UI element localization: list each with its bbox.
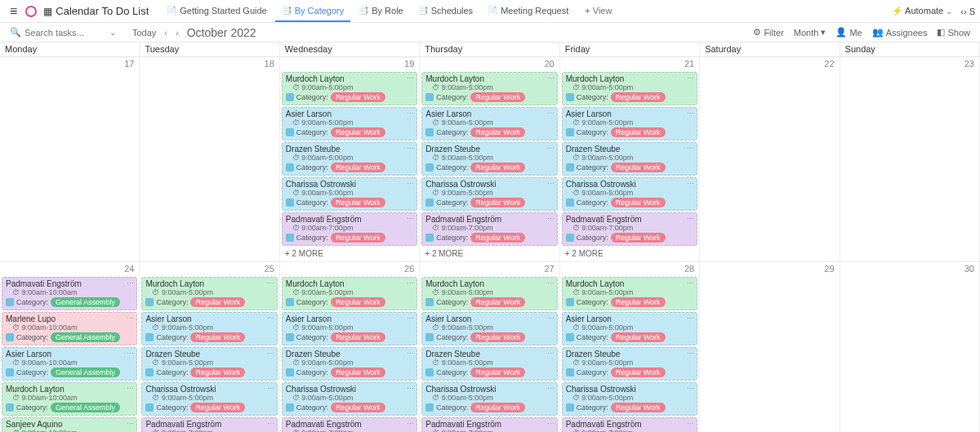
calendar-event[interactable]: ⋯Asier Larson⏱ 9:00am-5:00pmCategory:Reg… [562, 312, 697, 345]
event-menu-icon[interactable]: ⋯ [127, 279, 134, 287]
calendar-cell[interactable]: 28⋯Murdoch Layton⏱ 9:00am-5:00pmCategory… [560, 262, 700, 432]
event-menu-icon[interactable]: ⋯ [687, 74, 694, 82]
event-menu-icon[interactable]: ⋯ [407, 74, 414, 82]
calendar-event[interactable]: ⋯Charissa Ostrowski⏱ 9:00am-5:00pmCatego… [562, 382, 697, 416]
more-events-link[interactable]: + 2 MORE [562, 247, 697, 260]
event-menu-icon[interactable]: ⋯ [687, 145, 694, 153]
event-menu-icon[interactable]: ⋯ [407, 109, 414, 118]
event-menu-icon[interactable]: ⋯ [687, 215, 694, 223]
calendar-event[interactable]: ⋯Padmavati Engström⏱ 9:00am-7:00pmCatego… [282, 417, 417, 432]
calendar-cell[interactable]: 20⋯Murdoch Layton⏱ 9:00am-5:00pmCategory… [420, 57, 559, 262]
search-input[interactable] [24, 28, 106, 38]
calendar-event[interactable]: ⋯Padmavati Engström⏱ 9:00am-7:00pmCatego… [421, 212, 557, 246]
calendar-event[interactable]: ⋯Murdoch Layton⏱ 9:00am-5:00pmCategory:R… [282, 72, 417, 105]
event-menu-icon[interactable]: ⋯ [127, 350, 134, 358]
calendar-event[interactable]: ⋯Padmavati Engström⏱ 9:00am-10:00amCateg… [2, 277, 137, 310]
event-menu-icon[interactable]: ⋯ [547, 74, 555, 82]
calendar-event[interactable]: ⋯Sanjeev Aquino⏱ 9:00am-10:00amCategory:… [2, 417, 137, 432]
calendar-event[interactable]: ⋯Asier Larson⏱ 9:00am-5:00pmCategory:Reg… [141, 312, 277, 345]
calendar-event[interactable]: ⋯Padmavati Engström⏱ 9:00am-7:00pmCatego… [141, 417, 277, 432]
calendar-event[interactable]: ⋯Charissa Ostrowski⏱ 9:00am-5:00pmCatego… [282, 382, 417, 416]
automate-button[interactable]: ⚡ Automate ⌄ [892, 6, 953, 16]
calendar-event[interactable]: ⋯Asier Larson⏱ 9:00am-5:00pmCategory:Reg… [282, 107, 417, 140]
event-menu-icon[interactable]: ⋯ [547, 180, 555, 188]
calendar-event[interactable]: ⋯Asier Larson⏱ 9:00am-10:00amCategory:Ge… [2, 347, 137, 381]
calendar-event[interactable]: ⋯Murdoch Layton⏱ 9:00am-5:00pmCategory:R… [562, 277, 697, 310]
event-menu-icon[interactable]: ⋯ [407, 145, 414, 153]
event-menu-icon[interactable]: ⋯ [267, 314, 274, 323]
me-filter[interactable]: 👤 Me [835, 27, 862, 38]
event-menu-icon[interactable]: ⋯ [687, 279, 694, 287]
event-menu-icon[interactable]: ⋯ [127, 314, 134, 323]
calendar-event[interactable]: ⋯Charissa Ostrowski⏱ 9:00am-5:00pmCatego… [141, 382, 277, 416]
calendar-cell[interactable]: 23 [840, 57, 980, 262]
menu-hamburger-icon[interactable]: ≡ [5, 4, 22, 19]
more-events-link[interactable]: + 2 MORE [282, 247, 417, 260]
calendar-cell[interactable]: 17 [0, 57, 140, 262]
event-menu-icon[interactable]: ⋯ [547, 385, 555, 393]
event-menu-icon[interactable]: ⋯ [407, 420, 414, 428]
calendar-cell[interactable]: 30 [840, 262, 980, 432]
event-menu-icon[interactable]: ⋯ [407, 180, 414, 188]
event-menu-icon[interactable]: ⋯ [547, 279, 555, 287]
next-arrow-icon[interactable]: › [176, 28, 179, 38]
calendar-cell[interactable]: 18 [140, 57, 279, 262]
event-menu-icon[interactable]: ⋯ [267, 385, 274, 393]
event-menu-icon[interactable]: ⋯ [407, 314, 414, 323]
chevron-down-icon[interactable]: ⌄ [109, 28, 116, 37]
calendar-event[interactable]: ⋯Drazen Steube⏱ 9:00am-5:00pmCategory:Re… [562, 347, 697, 381]
calendar-event[interactable]: ⋯Drazen Steube⏱ 9:00am-5:00pmCategory:Re… [421, 142, 557, 176]
calendar-event[interactable]: ⋯Drazen Steube⏱ 9:00am-5:00pmCategory:Re… [562, 142, 697, 176]
event-menu-icon[interactable]: ⋯ [687, 420, 694, 428]
calendar-event[interactable]: ⋯Charissa Ostrowski⏱ 9:00am-5:00pmCatego… [562, 177, 697, 211]
event-menu-icon[interactable]: ⋯ [687, 109, 694, 118]
tab-meeting-request[interactable]: 📄Meeting Request [481, 0, 575, 22]
calendar-cell[interactable]: 27⋯Murdoch Layton⏱ 9:00am-5:00pmCategory… [420, 262, 559, 432]
more-events-link[interactable]: + 2 MORE [421, 247, 557, 260]
calendar-event[interactable]: ⋯Drazen Steube⏱ 9:00am-5:00pmCategory:Re… [141, 347, 277, 381]
event-menu-icon[interactable]: ⋯ [687, 350, 694, 358]
event-menu-icon[interactable]: ⋯ [407, 215, 414, 223]
calendar-event[interactable]: ⋯Asier Larson⏱ 9:00am-5:00pmCategory:Reg… [562, 107, 697, 140]
calendar-event[interactable]: ⋯Asier Larson⏱ 9:00am-5:00pmCategory:Reg… [421, 312, 557, 345]
calendar-cell[interactable]: 21⋯Murdoch Layton⏱ 9:00am-5:00pmCategory… [560, 57, 700, 262]
share-button[interactable]: ‹› S [960, 7, 975, 16]
event-menu-icon[interactable]: ⋯ [547, 350, 555, 358]
calendar-event[interactable]: ⋯Murdoch Layton⏱ 9:00am-5:00pmCategory:R… [141, 277, 277, 310]
calendar-event[interactable]: ⋯Charissa Ostrowski⏱ 9:00am-5:00pmCatego… [421, 382, 557, 416]
event-menu-icon[interactable]: ⋯ [407, 350, 414, 358]
calendar-event[interactable]: ⋯Drazen Steube⏱ 9:00am-5:00pmCategory:Re… [421, 347, 557, 381]
event-menu-icon[interactable]: ⋯ [687, 180, 694, 188]
calendar-event[interactable]: ⋯Marlene Lupo⏱ 9:00am-10:00amCategory:Ge… [2, 312, 137, 345]
add-view-button[interactable]: + View [578, 0, 618, 22]
calendar-event[interactable]: ⋯Charissa Ostrowski⏱ 9:00am-5:00pmCatego… [282, 177, 417, 211]
event-menu-icon[interactable]: ⋯ [407, 279, 414, 287]
app-logo-icon[interactable] [25, 6, 37, 17]
tab-by-category[interactable]: 📑By Category [275, 0, 351, 22]
calendar-cell[interactable]: 22 [700, 57, 840, 262]
event-menu-icon[interactable]: ⋯ [547, 109, 555, 118]
calendar-event[interactable]: ⋯Padmavati Engström⏱ 9:00am-7:00pmCatego… [421, 417, 557, 432]
prev-arrow-icon[interactable]: ‹ [164, 28, 167, 38]
event-menu-icon[interactable]: ⋯ [547, 145, 555, 153]
calendar-cell[interactable]: 26⋯Murdoch Layton⏱ 9:00am-5:00pmCategory… [280, 262, 420, 432]
calendar-event[interactable]: ⋯Padmavati Engström⏱ 9:00am-7:00pmCatego… [562, 417, 697, 432]
calendar-event[interactable]: ⋯Padmavati Engström⏱ 9:00am-7:00pmCatego… [562, 212, 697, 246]
tab-getting-started-guide[interactable]: 📄Getting Started Guide [160, 0, 273, 22]
event-menu-icon[interactable]: ⋯ [267, 279, 274, 287]
event-menu-icon[interactable]: ⋯ [547, 215, 555, 223]
event-menu-icon[interactable]: ⋯ [127, 385, 134, 393]
calendar-event[interactable]: ⋯Murdoch Layton⏱ 9:00am-5:00pmCategory:R… [282, 277, 417, 310]
show-button[interactable]: ◧ Show [937, 27, 970, 38]
calendar-event[interactable]: ⋯Charissa Ostrowski⏱ 9:00am-5:00pmCatego… [421, 177, 557, 211]
event-menu-icon[interactable]: ⋯ [547, 314, 555, 323]
tab-by-role[interactable]: 📑By Role [352, 0, 410, 22]
calendar-cell[interactable]: 29 [700, 262, 840, 432]
event-menu-icon[interactable]: ⋯ [687, 385, 694, 393]
today-button[interactable]: Today [132, 28, 156, 38]
calendar-cell[interactable]: 19⋯Murdoch Layton⏱ 9:00am-5:00pmCategory… [280, 57, 420, 262]
assignees-filter[interactable]: 👥 Assignees [872, 27, 928, 38]
event-menu-icon[interactable]: ⋯ [687, 314, 694, 323]
event-menu-icon[interactable]: ⋯ [267, 420, 274, 428]
calendar-cell[interactable]: 24⋯Padmavati Engström⏱ 9:00am-10:00amCat… [0, 262, 140, 432]
